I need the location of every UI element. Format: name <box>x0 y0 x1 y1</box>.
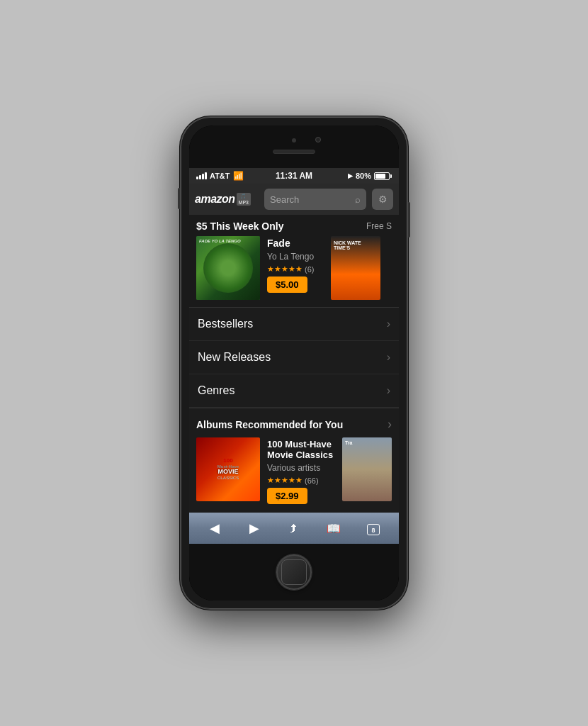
free-label: Free S <box>366 221 392 231</box>
chevron-right-icon-2: › <box>387 351 390 364</box>
bookmarks-button[interactable]: 📖 <box>320 515 348 541</box>
rec-stars-row: ★★★★★ (66) <box>267 476 335 485</box>
bottom-bezel <box>189 544 399 601</box>
featured-header-row: $5 This Week Only Free S <box>189 215 399 236</box>
tabs-icon-wrap: 8 <box>367 521 380 536</box>
home-button[interactable] <box>276 554 312 590</box>
wifi-icon: 📶 <box>233 171 244 181</box>
status-left: AT&T 📶 <box>196 171 244 181</box>
status-right: ▶ 80% <box>348 172 392 180</box>
amazon-logo: amazon 🎵 MP3 <box>195 193 259 206</box>
rec-item-movie[interactable]: 100 Must-Have MOVIE CLASSICS 100 Must-Ha… <box>189 437 342 513</box>
signal-bars <box>196 172 207 179</box>
forward-button[interactable]: ▶ <box>240 515 268 541</box>
recommended-section: Albums Recommended for You › 100 Must-Ha… <box>189 408 399 513</box>
album-name: Fade <box>267 238 324 249</box>
recommended-header: Albums Recommended for You › <box>189 408 399 437</box>
rec-price-button[interactable]: $2.99 <box>267 488 307 504</box>
stars-row: ★★★★★ (6) <box>267 264 324 274</box>
content: $5 This Week Only Free S FADE YO LA TENG… <box>189 215 399 544</box>
featured-items: FADE YO LA TENGO Fade Yo La Tengo ★★★★★ … <box>189 236 399 307</box>
recommended-title: Albums Recommended for You <box>196 419 343 430</box>
camera-dot <box>315 137 321 143</box>
rec-album-info: 100 Must-Have Movie Classics Various art… <box>267 437 335 504</box>
rec-review-count: (66) <box>305 476 319 485</box>
nav-rows: Bestsellers › New Releases › Genres › <box>189 307 399 408</box>
album-artist: Yo La Tengo <box>267 252 324 262</box>
status-time: 11:31 AM <box>276 171 312 181</box>
status-bar: AT&T 📶 11:31 AM ▶ 80% <box>189 168 399 184</box>
rec-item-partial: Tra <box>342 437 399 513</box>
screen: AT&T 📶 11:31 AM ▶ 80% <box>189 168 399 544</box>
stars: ★★★★★ <box>267 264 303 274</box>
phone-outer: AT&T 📶 11:31 AM ▶ 80% <box>181 117 407 609</box>
album-art-fade: FADE YO LA TENGO <box>196 236 260 300</box>
back-icon: ◀ <box>210 520 220 536</box>
chevron-right-icon-3: › <box>387 384 390 397</box>
album-info: Fade Yo La Tengo ★★★★★ (6) $5.00 <box>267 236 324 300</box>
carrier-label: AT&T <box>210 172 230 180</box>
review-count: (6) <box>305 265 314 274</box>
bottom-toolbar: ◀ ▶ ⮭ 📖 8 <box>189 513 399 544</box>
battery-icon <box>374 172 392 180</box>
nav-label-genres: Genres <box>198 384 234 397</box>
bookmarks-icon: 📖 <box>327 522 341 535</box>
partial-album-art: NICK WATETIME'S <box>331 236 380 300</box>
rec-album-name: 100 Must-Have Movie Classics <box>267 439 335 460</box>
speaker-dot <box>292 138 296 143</box>
earpiece <box>273 150 315 154</box>
home-btn-inner <box>281 559 307 585</box>
play-icon: ▶ <box>348 172 353 179</box>
amazon-text: amazon <box>195 193 235 206</box>
phone-inner: AT&T 📶 11:31 AM ▶ 80% <box>189 125 399 601</box>
featured-section: $5 This Week Only Free S FADE YO LA TENG… <box>189 215 399 307</box>
gear-button[interactable]: ⚙ <box>372 189 393 210</box>
tabs-box: 8 <box>367 524 380 535</box>
chevron-right-rec: › <box>388 417 392 432</box>
chevron-right-icon-1: › <box>387 318 390 330</box>
featured-item-fade[interactable]: FADE YO LA TENGO Fade Yo La Tengo ★★★★★ … <box>189 236 331 307</box>
nav-row-genres[interactable]: Genres › <box>189 374 399 408</box>
search-icon: ⌕ <box>355 194 361 205</box>
app-header: amazon 🎵 MP3 Search ⌕ ⚙ <box>189 184 399 215</box>
share-button[interactable]: ⮭ <box>280 515 308 541</box>
rec-stars: ★★★★★ <box>267 476 303 485</box>
search-bar[interactable]: Search ⌕ <box>264 189 366 210</box>
tabs-button[interactable]: 8 <box>359 515 388 541</box>
recommended-items: 100 Must-Have MOVIE CLASSICS 100 Must-Ha… <box>189 437 399 513</box>
featured-item-partial: NICK WATETIME'S <box>331 236 388 307</box>
share-icon: ⮭ <box>288 522 300 535</box>
top-bezel <box>189 125 399 168</box>
battery-percent: 80% <box>356 172 371 180</box>
featured-title: $5 This Week Only <box>196 220 283 232</box>
back-button[interactable]: ◀ <box>200 515 229 541</box>
nav-row-bestsellers[interactable]: Bestsellers › <box>189 308 399 341</box>
side-button-left <box>178 188 180 209</box>
rec-album-artist: Various artists <box>267 463 335 473</box>
nav-label-bestsellers: Bestsellers <box>198 318 253 330</box>
album-art-movie: 100 Must-Have MOVIE CLASSICS <box>196 437 260 501</box>
nav-label-new-releases: New Releases <box>198 351 271 364</box>
price-button[interactable]: $5.00 <box>267 277 307 293</box>
album-art-label: FADE YO LA TENGO <box>199 239 241 243</box>
partial-text: NICK WATETIME'S <box>334 240 361 250</box>
side-button-right <box>408 202 410 238</box>
nav-row-new-releases[interactable]: New Releases › <box>189 341 399 374</box>
mp3-badge: 🎵 MP3 <box>237 193 251 206</box>
forward-icon: ▶ <box>249 520 259 536</box>
search-placeholder: Search <box>270 194 351 205</box>
